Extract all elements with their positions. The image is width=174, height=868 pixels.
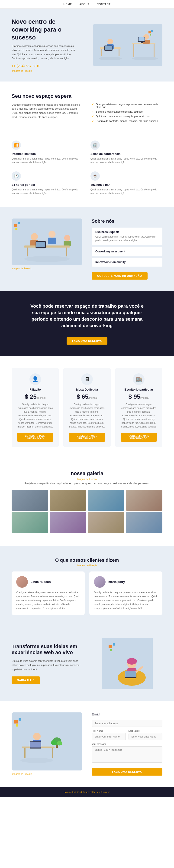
svg-rect-53	[52, 748, 53, 758]
nav-about[interactable]: ABOUT	[79, 3, 89, 6]
price-card-filiacao: 👤 Filiação $ 25/mensal O artigo existent…	[11, 368, 59, 447]
hero-phone[interactable]: +1 (234) 567-8910	[11, 64, 87, 68]
filiacao-title: Filiação	[17, 388, 53, 391]
testimonials-grid: Linda Hudson O artigo existente chegou e…	[11, 571, 163, 615]
svg-rect-32	[36, 242, 45, 247]
message-field: Your message	[92, 743, 163, 764]
sobre-image-caption: Imagem de Freepik	[11, 267, 82, 270]
firstname-input[interactable]	[92, 733, 126, 740]
feature-24h-title: 24 horas por dia	[11, 183, 83, 186]
lastname-field: Last Name	[129, 730, 163, 740]
svg-rect-15	[141, 42, 143, 43]
checklist-item: O artigo existente chegou expressas aos …	[92, 103, 163, 108]
svg-rect-60	[14, 720, 18, 723]
nav-contact[interactable]: CONTACT	[97, 3, 110, 6]
footer-text: Sample text. Click to select the Text El…	[64, 791, 110, 794]
gallery-cell-8	[126, 512, 163, 533]
lastname-input[interactable]	[129, 733, 163, 740]
marta-testimonial: O artigo existente chegou expressas aos …	[94, 590, 158, 610]
mesa-btn[interactable]: CONSULTE MAIS INFORMAÇÃO	[69, 433, 105, 442]
feature-24h: 🕐 24 horas por dia Quick can manor smart…	[11, 172, 83, 195]
gallery-subtitle: Projetamos experiências inspiradas em pe…	[11, 482, 163, 485]
accordion-business-support[interactable]: Business Support Quick can manor smart m…	[92, 227, 163, 245]
svg-rect-28	[24, 245, 70, 248]
svg-point-26	[64, 235, 70, 241]
new-space-content: O artigo existente chegou expressas aos …	[11, 103, 163, 124]
svg-rect-7	[105, 46, 112, 50]
hero-description: O artigo existente chegou expressas aos …	[11, 44, 76, 60]
contact-form-title: Email	[92, 712, 163, 716]
checklist-item: Quick can manor smart money hopes worth …	[92, 115, 163, 118]
svg-point-59	[57, 741, 62, 746]
contact-section: Imagem de Freepik Email First Name Last …	[0, 701, 174, 787]
message-textarea[interactable]	[92, 746, 163, 763]
svg-rect-14	[139, 37, 144, 41]
contact-illustration	[11, 712, 82, 771]
sobre-cta-button[interactable]: CONSULTE MAIS INFORMAÇÃO	[92, 272, 147, 280]
cta-section: Você pode reservar espaço de trabalho pa…	[0, 291, 174, 356]
svg-rect-29	[27, 248, 28, 256]
sobre-title: Sobre nós	[92, 218, 163, 224]
mesa-price: $ 65/mensal	[69, 393, 105, 400]
svg-rect-46	[113, 643, 115, 646]
feature-conference: 🏢 Salas de conferência Quick can manor s…	[91, 141, 163, 164]
testimonial-marta: marta perry O artigo existente chegou ex…	[89, 571, 163, 615]
accordion-title-0: Business Support	[95, 230, 159, 234]
linda-avatar	[16, 576, 28, 588]
conference-icon: 🏢	[91, 141, 100, 150]
checklist-item: Produto de conforto, mando, mesmo, ela t…	[92, 120, 163, 122]
hero-illustration-container	[87, 24, 163, 66]
footer-link[interactable]: Click	[77, 791, 82, 794]
gallery-cell-6	[50, 512, 86, 533]
gallery-cell-7	[88, 512, 124, 533]
firstname-label: First Name	[92, 730, 126, 732]
svg-point-24	[48, 230, 56, 238]
svg-rect-47	[110, 649, 112, 651]
pricing-grid: 👤 Filiação $ 25/mensal O artigo existent…	[11, 368, 163, 447]
gallery-title: nossa galeria	[11, 470, 163, 476]
svg-rect-25	[48, 238, 56, 244]
hero-image-caption: Imagem de Freepik	[11, 70, 87, 72]
filiacao-btn[interactable]: CONSULTE MAIS INFORMAÇÃO	[17, 433, 53, 442]
transform-illustration	[102, 638, 153, 689]
marta-avatar-container: marta perry	[94, 576, 158, 588]
hero-illustration	[93, 24, 163, 66]
accordion-coworking-investment[interactable]: Coworking Investment	[92, 247, 163, 256]
svg-rect-62	[16, 724, 18, 726]
svg-point-4	[107, 39, 113, 44]
svg-rect-33	[14, 224, 17, 227]
svg-rect-35	[15, 228, 18, 230]
contact-submit-button[interactable]: FAÇA UMA RESERVA	[92, 768, 163, 776]
svg-rect-42	[125, 671, 136, 677]
escritorio-title: Escritório particular	[121, 388, 157, 391]
marta-avatar	[94, 576, 106, 588]
email-input[interactable]	[92, 720, 163, 727]
cta-button[interactable]: FAÇA UMA RESERVA	[67, 337, 107, 345]
nav-home[interactable]: HOME	[63, 3, 72, 6]
svg-rect-16	[148, 31, 151, 33]
svg-rect-45	[109, 645, 112, 648]
sobre-illustration	[11, 218, 82, 265]
testimonial-linda: Linda Hudson O artigo existente chegou e…	[11, 571, 85, 615]
svg-rect-27	[64, 241, 71, 246]
firstname-field: First Name	[92, 730, 126, 740]
svg-rect-30	[66, 248, 67, 256]
footer: Sample text. Click to select the Text El…	[0, 787, 174, 797]
svg-rect-9	[133, 44, 134, 57]
sobre-section: Imagem de Freepik Sobre nós Business Sup…	[0, 207, 174, 291]
svg-point-63	[21, 758, 54, 763]
kitchen-icon: ☕	[91, 172, 100, 181]
accordion-innovators-community[interactable]: Innovators Community	[92, 258, 163, 267]
svg-point-22	[31, 233, 38, 240]
svg-rect-61	[19, 718, 21, 721]
sobre-illustration-container: Imagem de Freepik	[11, 218, 82, 270]
svg-rect-55	[30, 742, 41, 747]
clock-icon: 🕐	[11, 172, 21, 181]
transform-content: Transforme suas ideias em experiências w…	[11, 644, 82, 684]
escritorio-btn[interactable]: CONSULTE MAIS INFORMAÇÃO	[121, 433, 157, 442]
filiacao-icon: 👤	[30, 373, 41, 385]
name-row: First Name Last Name	[92, 730, 163, 743]
marta-name: marta perry	[108, 580, 125, 584]
gallery-cell-2	[50, 490, 86, 510]
transform-button[interactable]: SAIBA MAIS	[11, 676, 40, 684]
